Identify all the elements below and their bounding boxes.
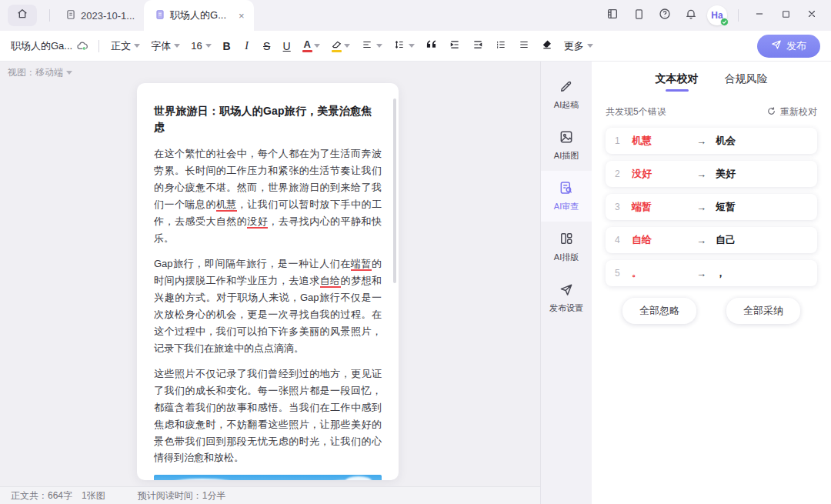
- document-search-icon: [559, 180, 574, 197]
- paragraph-style-dropdown[interactable]: 正文: [105, 35, 145, 57]
- error-number: 2: [615, 169, 627, 179]
- notebook-panel-button[interactable]: [601, 4, 624, 27]
- wrong-word: 机慧: [632, 134, 696, 148]
- error-word[interactable]: 机慧: [216, 199, 237, 212]
- document-page[interactable]: 世界旅游日：职场人的Gap旅行，美景治愈焦虑 在这个繁忙的社会中，每个人都在为了…: [137, 83, 399, 480]
- chevron-down-icon: [134, 44, 140, 48]
- sidebar-item-publish-settings[interactable]: 发布设置: [541, 272, 592, 323]
- divider: [98, 40, 99, 52]
- arrow-icon: →: [696, 235, 706, 246]
- arrow-icon: →: [696, 202, 706, 213]
- sidebar-item-ai-review[interactable]: AI审查: [541, 171, 592, 222]
- chevron-down-icon: [66, 71, 72, 75]
- error-count-summary: 共发现5个错误: [606, 105, 666, 118]
- home-icon: [16, 8, 28, 23]
- chevron-down-icon: [344, 44, 350, 48]
- close-window-button[interactable]: [800, 4, 823, 27]
- minimize-button[interactable]: [748, 4, 771, 27]
- recheck-button[interactable]: 重新校对: [766, 105, 817, 118]
- line-spacing-dropdown[interactable]: [388, 35, 420, 57]
- align-dropdown[interactable]: [355, 35, 388, 57]
- status-bar: 正文共：664字 1张图 预计阅读时间：1分半: [0, 486, 540, 504]
- ordered-list-button[interactable]: [489, 35, 512, 57]
- sidebar-item-ai-layout[interactable]: AI排版: [541, 222, 592, 272]
- suggested-word: ，: [716, 266, 726, 280]
- bullet-list-button[interactable]: [512, 35, 536, 57]
- word-count: 正文共：664字: [11, 489, 72, 502]
- suggested-word: 美好: [716, 167, 736, 181]
- italic-button[interactable]: I: [237, 35, 257, 57]
- chevron-down-icon: [409, 44, 415, 48]
- font-size-dropdown[interactable]: 16: [185, 35, 216, 57]
- doc-body: 在这个繁忙的社会中，每个人都在为了生活而奔波劳累。长时间的工作压力和紧张的生活节…: [154, 145, 382, 466]
- error-card[interactable]: 5。→，: [606, 260, 817, 286]
- window-titlebar: 2023-10-1... 职场人的G... ×: [0, 0, 831, 31]
- ignore-all-button[interactable]: 全部忽略: [622, 298, 696, 324]
- chevron-down-icon: [205, 44, 212, 48]
- font-color-button[interactable]: A: [297, 35, 325, 57]
- strikethrough-button[interactable]: S: [257, 35, 277, 57]
- chevron-down-icon: [376, 44, 382, 48]
- more-dropdown[interactable]: 更多: [559, 35, 599, 57]
- tab-current-doc[interactable]: 职场人的G... ×: [144, 0, 254, 31]
- line-spacing-icon: [393, 39, 405, 52]
- indent-increase-icon: [449, 39, 461, 52]
- document-title-short: 职场人的Ga...: [11, 39, 72, 53]
- accept-all-button[interactable]: 全部采纳: [726, 298, 800, 324]
- bell-icon: [685, 8, 697, 23]
- doc-paragraph[interactable]: 这些照片不仅记录了我们曾经到过的地方，更见证了我们的成长和变化。每一张照片都是一…: [154, 365, 382, 467]
- error-card[interactable]: 2没好→美好: [606, 161, 817, 187]
- error-card[interactable]: 4自给→自己: [606, 227, 817, 253]
- doc-paragraph[interactable]: 在这个繁忙的社会中，每个人都在为了生活而奔波劳累。长时间的工作压力和紧张的生活节…: [154, 145, 382, 247]
- close-tab-icon[interactable]: ×: [237, 10, 246, 22]
- error-word[interactable]: 端暂: [351, 258, 372, 271]
- sky-photo-image[interactable]: [154, 475, 382, 480]
- blockquote-button[interactable]: [420, 35, 443, 57]
- pencil-icon: [559, 78, 574, 95]
- eraser-icon: [541, 39, 553, 52]
- minimize-icon: [754, 8, 765, 22]
- close-icon: [806, 8, 817, 22]
- notifications-button[interactable]: [679, 4, 703, 27]
- wrong-word: 端暂: [632, 200, 696, 214]
- error-card[interactable]: 3端暂→短暂: [606, 194, 817, 220]
- clear-format-button[interactable]: [536, 35, 559, 57]
- user-avatar[interactable]: Ha: [706, 4, 729, 27]
- paper-plane-icon: [559, 282, 574, 299]
- wrong-word: 。: [632, 266, 696, 280]
- suggested-word: 短暂: [716, 200, 736, 214]
- view-mode-dropdown[interactable]: 视图：移动端: [8, 66, 72, 79]
- ai-tools-sidebar: AI起稿 AI插图 AI审查 AI排版: [541, 62, 592, 504]
- suggested-word: 机会: [716, 134, 736, 148]
- quote-icon: [425, 39, 438, 52]
- error-word[interactable]: 自给: [320, 275, 341, 288]
- article-title[interactable]: 世界旅游日：职场人的Gap旅行，美景治愈焦虑: [154, 103, 382, 135]
- error-word[interactable]: 没好: [247, 215, 268, 229]
- underline-button[interactable]: U: [277, 35, 297, 57]
- doc-paragraph[interactable]: Gap旅行，即间隔年旅行，是一种让人们在端暂的时间内摆脱工作和学业压力，去追求自…: [154, 255, 382, 357]
- publish-button[interactable]: 发布: [757, 35, 820, 58]
- tab-label: 2023-10-1...: [81, 10, 135, 22]
- divider: [738, 9, 739, 22]
- help-button[interactable]: [653, 4, 676, 27]
- tab-compliance-risk[interactable]: 合规风险: [725, 72, 768, 92]
- sidebar-item-ai-draft[interactable]: AI起稿: [541, 69, 592, 120]
- device-preview-button[interactable]: [627, 4, 650, 27]
- error-card[interactable]: 1机慧→机会: [606, 128, 817, 154]
- tab-other-doc[interactable]: 2023-10-1...: [56, 0, 144, 31]
- align-icon: [361, 39, 373, 52]
- home-button[interactable]: [8, 5, 37, 26]
- bold-button[interactable]: B: [217, 35, 237, 57]
- font-family-dropdown[interactable]: 字体: [145, 35, 185, 57]
- highlight-color-button[interactable]: [325, 35, 355, 57]
- error-number: 1: [615, 135, 627, 146]
- image-count: 1张图: [82, 489, 105, 502]
- format-toolbar: 职场人的Ga... 正文 字体 16 B I S U A: [0, 31, 831, 62]
- tab-text-proofread[interactable]: 文本校对: [656, 72, 699, 92]
- sidebar-item-ai-illustration[interactable]: AI插图: [541, 120, 592, 171]
- maximize-button[interactable]: [774, 4, 797, 27]
- page-scrollbar-thumb[interactable]: [393, 98, 396, 283]
- indent-increase-button[interactable]: [443, 35, 466, 57]
- indent-decrease-button[interactable]: [466, 35, 489, 57]
- cloud-saved-button[interactable]: [72, 35, 92, 58]
